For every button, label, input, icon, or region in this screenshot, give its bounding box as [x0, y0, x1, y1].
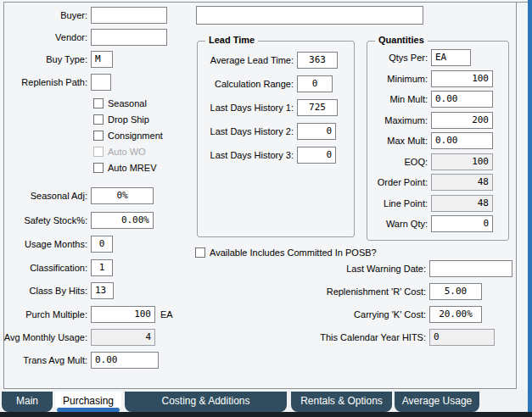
bottom-tab-bar: Main Purchasing Costing & Additions Rent… — [0, 390, 532, 412]
auto-mrev-checkbox[interactable] — [93, 163, 104, 173]
header-input[interactable] — [196, 6, 423, 25]
seasonal-checkbox-label: Seasonal — [108, 97, 147, 109]
vendor-label: Vendor: — [0, 29, 87, 46]
buy-type-input[interactable]: M — [91, 51, 113, 68]
safety-stock-input[interactable]: 0.00% — [91, 212, 154, 229]
purchasing-form-panel: Buyer: Vendor: Buy Type: M Replenish Pat… — [0, 0, 532, 417]
buyer-input[interactable] — [91, 7, 167, 24]
safety-stock-label: Safety Stock%: — [0, 212, 87, 229]
calculation-range-label: Calculation Range: — [204, 75, 294, 92]
qtys-per-input[interactable]: EA — [431, 49, 471, 66]
auto-mrev-checkbox-label: Auto MREV — [108, 162, 156, 174]
last-days-history-3-input[interactable]: 0 — [297, 147, 336, 164]
purch-multiple-input[interactable]: 100 — [91, 306, 155, 323]
last-warning-date-label: Last Warning Date: — [238, 260, 426, 277]
replenishment-r-cost-label: Replenishment 'R' Cost: — [238, 283, 426, 300]
min-mult-input[interactable]: 0.00 — [431, 91, 493, 108]
maximum-input[interactable]: 200 — [431, 112, 493, 129]
seasonal-checkbox[interactable] — [93, 98, 104, 108]
last-warning-date-input[interactable] — [429, 260, 512, 277]
drop-ship-checkbox-label: Drop Ship — [108, 114, 149, 125]
usage-months-label: Usage Months: — [0, 236, 87, 253]
panel-border-right — [516, 2, 517, 389]
panel-border-bottom — [3, 388, 517, 389]
tab-costing-and-additions[interactable]: Costing & Additions — [125, 392, 287, 412]
last-days-history-1-input[interactable]: 725 — [297, 99, 338, 116]
tab-main[interactable]: Main — [2, 392, 53, 412]
posb-checkbox-label: Available Includes Committed In POSB? — [210, 247, 377, 259]
buy-type-label: Buy Type: — [0, 51, 87, 68]
replenish-path-label: Replenish Path: — [0, 74, 87, 91]
classification-input[interactable]: 1 — [91, 259, 113, 276]
drop-ship-checkbox[interactable] — [93, 114, 104, 125]
max-mult-input[interactable]: 0.00 — [431, 132, 493, 149]
class-by-hits-label: Class By Hits: — [0, 282, 87, 299]
last-days-history-1-label: Last Days History 1: — [204, 99, 294, 116]
qtys-per-label: Qtys Per: — [367, 49, 428, 66]
carrying-k-cost-input[interactable]: 20.00% — [429, 306, 482, 323]
tab-purchasing[interactable]: Purchasing — [55, 392, 121, 412]
average-lead-time-input[interactable]: 363 — [297, 52, 338, 69]
last-days-history-3-label: Last Days History 3: — [204, 147, 294, 164]
seasonal-adj-label: Seasonal Adj: — [0, 187, 87, 204]
posb-checkbox[interactable] — [195, 247, 205, 258]
warn-qty-label: Warn Qty: — [367, 215, 428, 232]
avg-monthly-usage-label: Avg Monthly Usage: — [0, 329, 87, 346]
auto-wo-checkbox-label: Auto WO — [108, 146, 146, 158]
panel-border-top — [3, 2, 528, 3]
purch-multiple-label: Purch Multiple: — [0, 306, 87, 323]
eoq-label: EOQ: — [367, 153, 428, 170]
window-border-right — [528, 0, 532, 413]
window-bottom-bar — [0, 412, 532, 417]
auto-wo-checkbox — [93, 147, 104, 157]
line-point-label: Line Point: — [367, 195, 428, 212]
order-point-field: 48 — [431, 174, 493, 191]
average-lead-time-label: Average Lead Time: — [204, 52, 294, 69]
buyer-label: Buyer: — [0, 7, 87, 24]
purch-multiple-unit-label: EA — [160, 306, 177, 323]
replenishment-r-cost-input[interactable]: 5.00 — [429, 283, 482, 300]
tab-rentals-and-options[interactable]: Rentals & Options — [291, 392, 392, 412]
calculation-range-input[interactable]: 0 — [297, 75, 333, 92]
last-days-history-2-input[interactable]: 0 — [297, 123, 336, 140]
consignment-checkbox-label: Consignment — [108, 130, 163, 142]
tab-purchasing-label: Purchasing — [63, 395, 114, 407]
minimum-input[interactable]: 100 — [431, 70, 493, 87]
warn-qty-input[interactable]: 0 — [431, 215, 493, 232]
quantities-group-title: Quantities — [375, 35, 428, 45]
tab-average-usage[interactable]: Average Usage — [395, 392, 479, 412]
line-point-field: 48 — [431, 195, 493, 212]
usage-months-input[interactable]: 0 — [91, 236, 113, 253]
consignment-checkbox[interactable] — [93, 131, 104, 141]
calendar-year-hits-field: 0 — [429, 329, 495, 346]
calendar-year-hits-label: This Calendar Year HITS: — [238, 329, 426, 346]
replenish-path-input[interactable] — [91, 74, 111, 91]
order-point-label: Order Point: — [367, 174, 428, 191]
class-by-hits-input[interactable]: 13 — [91, 282, 114, 299]
eoq-field: 100 — [431, 153, 493, 170]
trans-avg-mult-label: Trans Avg Mult: — [0, 352, 87, 369]
classification-label: Classification: — [0, 259, 87, 276]
vendor-input[interactable] — [91, 29, 167, 46]
minimum-label: Minimum: — [367, 70, 428, 87]
seasonal-adj-input[interactable]: 0% — [91, 187, 154, 204]
max-mult-label: Max Mult: — [367, 132, 428, 149]
last-days-history-2-label: Last Days History 2: — [204, 123, 294, 140]
lead-time-group-title: Lead Time — [205, 35, 258, 45]
min-mult-label: Min Mult: — [367, 91, 428, 108]
carrying-k-cost-label: Carrying 'K' Cost: — [238, 306, 426, 323]
maximum-label: Maximum: — [367, 112, 428, 129]
trans-avg-mult-input[interactable]: 0.00 — [91, 352, 159, 369]
avg-monthly-usage-field: 4 — [91, 329, 155, 346]
